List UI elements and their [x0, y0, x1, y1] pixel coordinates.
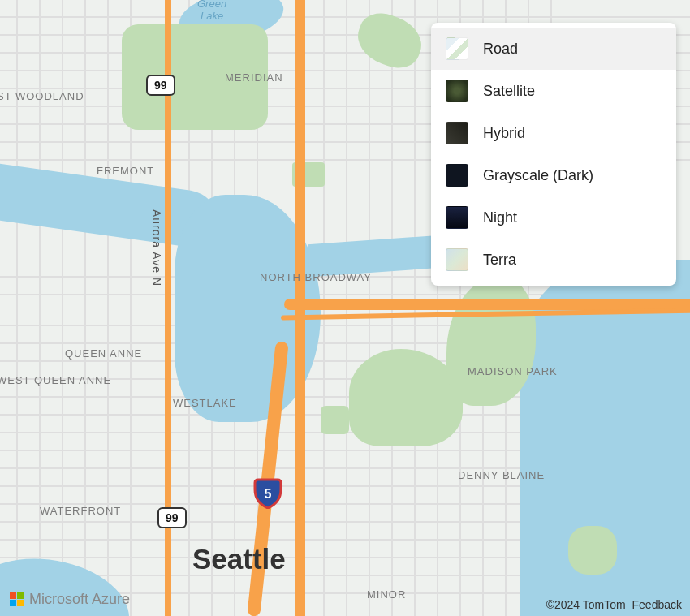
- terra-swatch-icon: [446, 248, 468, 271]
- route-shield-i5-text: 5: [265, 487, 272, 502]
- route-shield-i5: 5: [253, 478, 282, 509]
- park-small-3: [568, 526, 617, 575]
- label-waterfront: WATERFRONT: [40, 505, 121, 517]
- road-swatch-icon: [446, 37, 468, 60]
- map-canvas[interactable]: 99 99 5 Green Lake MERIDIAN ST WOODLAND …: [0, 0, 690, 616]
- copyright-attribution: ©2024 TomTom Feedback: [546, 598, 682, 611]
- style-option-night[interactable]: Night: [431, 196, 676, 239]
- label-west-queen-anne: WEST QUEEN ANNE: [0, 374, 111, 386]
- label-fremont: FREMONT: [97, 165, 154, 177]
- style-option-label: Terra: [483, 252, 516, 269]
- label-westlake: WESTLAKE: [173, 397, 237, 409]
- label-aurora-ave: Aurora Ave N: [150, 209, 163, 286]
- style-option-terra[interactable]: Terra: [431, 239, 676, 281]
- style-option-label: Satellite: [483, 83, 535, 100]
- hybrid-swatch-icon: [446, 122, 468, 144]
- label-minor: MINOR: [367, 588, 406, 601]
- label-queen-anne: QUEEN ANNE: [65, 347, 142, 360]
- grayscale-swatch-icon: [446, 164, 468, 187]
- route-shield-99: 99: [157, 507, 187, 528]
- park-small-1: [321, 406, 349, 434]
- brand-attribution: Microsoft Azure: [10, 591, 130, 608]
- style-option-label: Hybrid: [483, 125, 525, 142]
- style-option-grayscale-dark[interactable]: Grayscale (Dark): [431, 154, 676, 196]
- route-shield-99: 99: [146, 75, 175, 96]
- style-option-hybrid[interactable]: Hybrid: [431, 112, 676, 154]
- label-woodland: ST WOODLAND: [0, 90, 84, 102]
- microsoft-logo-icon: [10, 592, 24, 607]
- copyright-text: ©2024 TomTom: [546, 598, 626, 611]
- label-meridian: MERIDIAN: [225, 71, 283, 84]
- label-seattle: Seattle: [192, 543, 286, 575]
- style-option-satellite[interactable]: Satellite: [431, 70, 676, 112]
- label-north-broadway: NORTH BROADWAY: [260, 271, 372, 283]
- label-madison-park: MADISON PARK: [468, 365, 558, 377]
- style-option-label: Road: [483, 41, 518, 58]
- label-denny-blaine: DENNY BLAINE: [458, 469, 545, 481]
- style-option-label: Night: [483, 209, 517, 226]
- style-option-road[interactable]: Road: [431, 28, 676, 70]
- satellite-swatch-icon: [446, 80, 468, 102]
- feedback-link[interactable]: Feedback: [632, 598, 682, 611]
- night-swatch-icon: [446, 206, 468, 229]
- label-green-lake: Green Lake: [197, 0, 226, 22]
- style-picker-panel: Road Satellite Hybrid Grayscale (Dark) N…: [431, 23, 676, 286]
- highway-520: [284, 299, 690, 310]
- style-option-label: Grayscale (Dark): [483, 167, 593, 184]
- brand-text: Microsoft Azure: [29, 591, 130, 608]
